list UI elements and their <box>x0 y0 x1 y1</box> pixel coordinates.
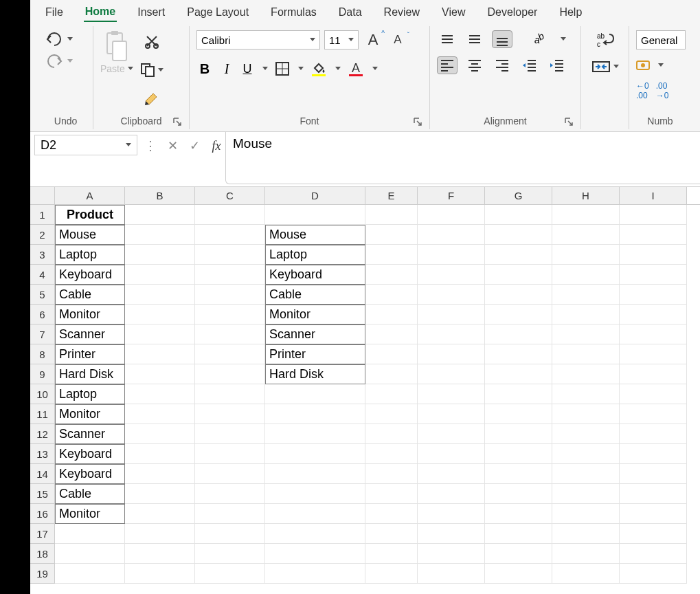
cell-B13[interactable] <box>125 444 195 464</box>
cell-B18[interactable] <box>125 544 195 564</box>
cell-F8[interactable] <box>418 344 485 364</box>
bold-button[interactable]: B <box>196 61 213 77</box>
cell-F5[interactable] <box>418 285 485 305</box>
row-header-17[interactable]: 17 <box>30 524 55 544</box>
chevron-down-icon[interactable] <box>335 67 341 71</box>
cell-I19[interactable] <box>620 564 687 584</box>
cell-H8[interactable] <box>552 344 620 364</box>
cell-C14[interactable] <box>195 464 265 484</box>
cell-I15[interactable] <box>620 484 687 504</box>
cell-E2[interactable] <box>365 225 418 245</box>
cell-H2[interactable] <box>552 225 620 245</box>
cell-B11[interactable] <box>125 404 195 424</box>
cell-A15[interactable]: Cable <box>55 484 125 504</box>
cell-A9[interactable]: Hard Disk <box>55 364 125 384</box>
chevron-down-icon[interactable] <box>372 67 378 71</box>
align-bottom-button[interactable] <box>492 30 512 48</box>
cell-D10[interactable] <box>265 384 365 404</box>
cell-G14[interactable] <box>485 464 552 484</box>
cell-B12[interactable] <box>125 424 195 444</box>
cell-I13[interactable] <box>620 444 687 464</box>
cell-A4[interactable]: Keyboard <box>55 265 125 285</box>
cell-F19[interactable] <box>418 564 485 584</box>
cell-B9[interactable] <box>125 364 195 384</box>
undo-button[interactable] <box>45 32 73 47</box>
merge-center-button[interactable] <box>591 59 619 74</box>
cell-I1[interactable] <box>620 205 687 225</box>
row-header-13[interactable]: 13 <box>30 444 55 464</box>
cell-G19[interactable] <box>485 564 552 584</box>
worksheet-grid[interactable]: ABCDEFGHI 1Product2MouseMouse3LaptopLapt… <box>30 187 700 584</box>
cell-F17[interactable] <box>418 524 485 544</box>
cell-G5[interactable] <box>485 285 552 305</box>
cell-H7[interactable] <box>552 324 620 344</box>
cell-E17[interactable] <box>365 524 418 544</box>
cell-F12[interactable] <box>418 424 485 444</box>
wrap-text-button[interactable]: abc <box>596 32 615 48</box>
cell-A8[interactable]: Printer <box>55 344 125 364</box>
tab-data[interactable]: Data <box>337 3 363 21</box>
tab-home[interactable]: Home <box>84 3 117 23</box>
copy-button[interactable] <box>140 60 163 80</box>
font-name-selector[interactable]: Calibri <box>196 30 320 50</box>
cell-I16[interactable] <box>620 504 687 524</box>
cell-A3[interactable]: Laptop <box>55 245 125 265</box>
cell-E16[interactable] <box>365 504 418 524</box>
cell-H9[interactable] <box>552 364 620 384</box>
cell-E8[interactable] <box>365 344 418 364</box>
cell-D5[interactable]: Cable <box>265 285 365 305</box>
cell-C13[interactable] <box>195 444 265 464</box>
cell-E11[interactable] <box>365 404 418 424</box>
cell-B3[interactable] <box>125 245 195 265</box>
cell-E9[interactable] <box>365 364 418 384</box>
cell-B4[interactable] <box>125 265 195 285</box>
cell-D2[interactable]: Mouse <box>265 225 365 245</box>
row-header-1[interactable]: 1 <box>30 205 55 225</box>
cell-C9[interactable] <box>195 364 265 384</box>
cell-I10[interactable] <box>620 384 687 404</box>
cell-E1[interactable] <box>365 205 418 225</box>
cut-button[interactable] <box>140 32 163 51</box>
select-all-corner[interactable] <box>30 187 55 204</box>
column-header-G[interactable]: G <box>485 187 552 204</box>
cell-G7[interactable] <box>485 324 552 344</box>
decrease-decimal-button[interactable]: ←0.00 <box>636 81 649 100</box>
cell-F1[interactable] <box>418 205 485 225</box>
row-header-2[interactable]: 2 <box>30 225 55 245</box>
cell-C19[interactable] <box>195 564 265 584</box>
cell-F9[interactable] <box>418 364 485 384</box>
cell-D3[interactable]: Laptop <box>265 245 365 265</box>
cell-I8[interactable] <box>620 344 687 364</box>
cell-C3[interactable] <box>195 245 265 265</box>
cell-D1[interactable] <box>265 205 365 225</box>
cell-B10[interactable] <box>125 384 195 404</box>
cell-B7[interactable] <box>125 324 195 344</box>
cell-H16[interactable] <box>552 504 620 524</box>
cell-B6[interactable] <box>125 305 195 324</box>
cell-C6[interactable] <box>195 305 265 324</box>
enter-formula-button[interactable]: ✓ <box>185 138 203 154</box>
column-header-C[interactable]: C <box>195 187 265 204</box>
cell-E14[interactable] <box>365 464 418 484</box>
increase-decimal-button[interactable]: .00→0 <box>656 81 669 100</box>
cell-A12[interactable]: Scanner <box>55 424 125 444</box>
cell-I4[interactable] <box>620 265 687 285</box>
cell-G6[interactable] <box>485 305 552 324</box>
cell-I5[interactable] <box>620 285 687 305</box>
cell-G13[interactable] <box>485 444 552 464</box>
cell-H11[interactable] <box>552 404 620 424</box>
increase-indent-button[interactable] <box>547 56 567 74</box>
column-header-H[interactable]: H <box>552 187 620 204</box>
cell-H10[interactable] <box>552 384 620 404</box>
more-icon[interactable]: ⋮ <box>142 138 159 154</box>
cell-D15[interactable] <box>265 484 365 504</box>
cell-C18[interactable] <box>195 544 265 564</box>
cell-C8[interactable] <box>195 344 265 364</box>
row-header-11[interactable]: 11 <box>30 404 55 424</box>
cell-E18[interactable] <box>365 544 418 564</box>
cell-D19[interactable] <box>265 564 365 584</box>
cell-A17[interactable] <box>55 524 125 544</box>
cell-D14[interactable] <box>265 464 365 484</box>
cell-E5[interactable] <box>365 285 418 305</box>
cell-E7[interactable] <box>365 324 418 344</box>
